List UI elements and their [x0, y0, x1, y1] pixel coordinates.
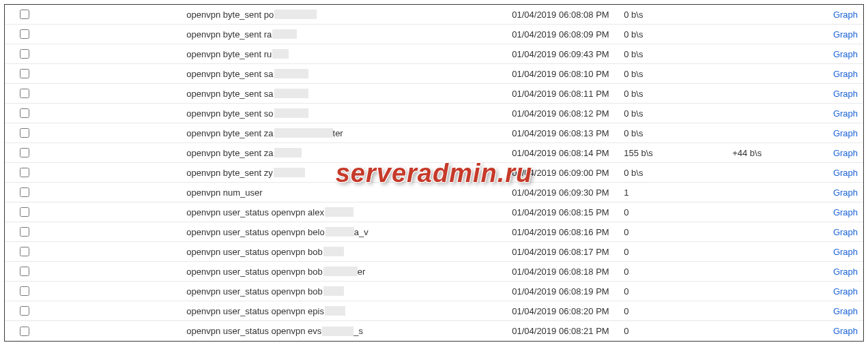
table-row: openvpn user_status openvpn bober01/04/2…	[5, 262, 863, 282]
table-row: openvpn user_status openvpn beloa_v01/04…	[5, 222, 863, 242]
row-checkbox[interactable]	[20, 89, 29, 98]
row-checkbox[interactable]	[20, 128, 29, 138]
graph-link[interactable]: Graph	[833, 10, 858, 20]
row-checkbox[interactable]	[20, 327, 29, 336]
redacted-text	[325, 207, 353, 217]
timestamp: 01/04/2019 06:08:10 PM	[512, 69, 624, 79]
graph-link[interactable]: Graph	[833, 326, 858, 336]
graph-link[interactable]: Graph	[833, 247, 858, 257]
timestamp: 01/04/2019 06:08:17 PM	[512, 247, 624, 257]
row-checkbox[interactable]	[20, 148, 29, 157]
graph-link[interactable]: Graph	[833, 267, 858, 277]
table-row: openvpn byte_sent zater01/04/2019 06:08:…	[5, 123, 863, 143]
metric-name: openvpn byte_sent zy	[186, 168, 512, 178]
timestamp: 01/04/2019 06:08:21 PM	[512, 326, 624, 336]
metric-value: 0	[624, 306, 732, 316]
redacted-text	[323, 286, 344, 296]
row-checkbox[interactable]	[20, 49, 29, 59]
metric-name: openvpn user_status openvpn bob	[186, 247, 512, 257]
graph-link[interactable]: Graph	[833, 49, 858, 59]
metric-name: openvpn byte_sent ru	[186, 49, 512, 59]
metric-value: 0 b\s	[624, 128, 732, 138]
graph-link[interactable]: Graph	[833, 128, 858, 138]
timestamp: 01/04/2019 06:08:08 PM	[512, 10, 624, 20]
table-row: openvpn byte_sent ru01/04/2019 06:09:43 …	[5, 44, 863, 64]
graph-link[interactable]: Graph	[833, 89, 858, 99]
timestamp: 01/04/2019 06:08:13 PM	[512, 128, 624, 138]
metric-name: openvpn user_status openvpn beloa_v	[186, 227, 512, 237]
graph-link[interactable]: Graph	[833, 306, 858, 316]
graph-link[interactable]: Graph	[833, 286, 858, 297]
redacted-text	[274, 128, 333, 138]
table-row: openvpn byte_sent sa01/04/2019 06:08:10 …	[5, 64, 863, 84]
metric-name: openvpn byte_sent po	[186, 10, 512, 20]
timestamp: 01/04/2019 06:08:19 PM	[512, 286, 624, 297]
redacted-text	[322, 327, 353, 336]
redacted-text	[274, 168, 305, 177]
graph-link[interactable]: Graph	[833, 29, 858, 40]
metric-delta: +44 b\s	[732, 148, 817, 158]
graph-link[interactable]: Graph	[833, 227, 858, 237]
row-checkbox[interactable]	[20, 108, 29, 118]
graph-link[interactable]: Graph	[833, 168, 858, 178]
row-checkbox[interactable]	[20, 247, 29, 256]
timestamp: 01/04/2019 06:08:12 PM	[512, 108, 624, 119]
table-row: openvpn byte_sent sa01/04/2019 06:08:11 …	[5, 84, 863, 104]
row-checkbox[interactable]	[20, 168, 29, 177]
metric-name: openvpn user_status openvpn bob	[186, 286, 512, 297]
redacted-text	[274, 10, 317, 19]
table-row: openvpn byte_sent po01/04/2019 06:08:08 …	[5, 5, 863, 25]
redacted-text	[326, 227, 354, 237]
row-checkbox[interactable]	[20, 10, 29, 19]
timestamp: 01/04/2019 06:09:43 PM	[512, 49, 624, 59]
redacted-text	[323, 267, 358, 276]
redacted-text	[272, 29, 297, 39]
row-checkbox[interactable]	[20, 286, 29, 296]
redacted-text	[274, 69, 308, 78]
redacted-text	[272, 49, 289, 59]
data-table: openvpn byte_sent po01/04/2019 06:08:08 …	[4, 4, 864, 342]
row-checkbox[interactable]	[20, 306, 29, 316]
row-checkbox[interactable]	[20, 187, 29, 197]
metric-name: openvpn byte_sent za	[186, 148, 512, 158]
graph-link[interactable]: Graph	[833, 69, 858, 79]
metric-name: openvpn user_status openvpn evs_s	[186, 326, 512, 336]
timestamp: 01/04/2019 06:08:14 PM	[512, 148, 624, 158]
metric-value: 0 b\s	[624, 49, 732, 59]
metric-value: 0	[624, 207, 732, 217]
timestamp: 01/04/2019 06:08:11 PM	[512, 89, 624, 99]
table-row: openvpn user_status openvpn epis01/04/20…	[5, 301, 863, 321]
row-checkbox[interactable]	[20, 29, 29, 39]
metric-name: openvpn byte_sent sa	[186, 89, 512, 99]
timestamp: 01/04/2019 06:09:30 PM	[512, 187, 624, 198]
metric-value: 0 b\s	[624, 69, 732, 79]
graph-link[interactable]: Graph	[833, 187, 858, 198]
metric-name: openvpn user_status openvpn alex	[186, 207, 512, 217]
timestamp: 01/04/2019 06:08:09 PM	[512, 29, 624, 40]
row-checkbox[interactable]	[20, 207, 29, 217]
metric-name: openvpn byte_sent ra	[186, 29, 512, 40]
metric-name: openvpn user_status openvpn epis	[186, 306, 512, 316]
redacted-text	[325, 306, 345, 316]
row-checkbox[interactable]	[20, 69, 29, 78]
metric-value: 0 b\s	[624, 108, 732, 119]
timestamp: 01/04/2019 06:08:20 PM	[512, 306, 624, 316]
redacted-text	[323, 247, 344, 256]
table-row: openvpn user_status openvpn alex01/04/20…	[5, 202, 863, 222]
metric-value: 0	[624, 227, 732, 237]
graph-link[interactable]: Graph	[833, 207, 858, 217]
table-row: openvpn byte_sent za01/04/2019 06:08:14 …	[5, 143, 863, 163]
row-checkbox[interactable]	[20, 267, 29, 276]
graph-link[interactable]: Graph	[833, 108, 858, 119]
metric-value: 1	[624, 187, 732, 198]
table-row: openvpn user_status openvpn evs_s01/04/2…	[5, 321, 863, 341]
metric-name: openvpn user_status openvpn bober	[186, 267, 512, 277]
row-checkbox[interactable]	[20, 227, 29, 237]
metric-name: openvpn num_user	[186, 187, 512, 198]
graph-link[interactable]: Graph	[833, 148, 858, 158]
metric-name: openvpn byte_sent so	[186, 108, 512, 119]
metric-value: 0	[624, 267, 732, 277]
redacted-text	[274, 108, 308, 118]
metric-value: 0 b\s	[624, 10, 732, 20]
metric-value: 0	[624, 247, 732, 257]
